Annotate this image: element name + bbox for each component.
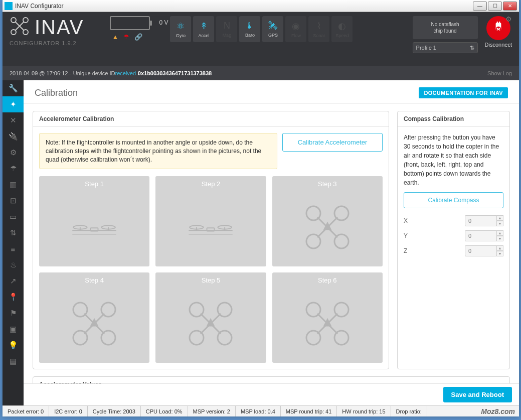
- window-titlebar: INAV Configurator — ☐ ✕: [3, 0, 519, 12]
- compass-panel: Compass Calibration After pressing the b…: [397, 111, 510, 369]
- spinner-up[interactable]: ▲: [496, 245, 503, 251]
- sensor-baro[interactable]: 🌡Baro: [239, 16, 260, 42]
- sensor-gps[interactable]: 🛰GPS: [262, 16, 283, 42]
- stat-cycle-time: Cycle Time: 2003: [88, 406, 141, 416]
- compass-panel-title: Compass Calibration: [398, 111, 509, 127]
- battery-indicator: 0 V ▲ ☂ 🔗: [110, 16, 150, 41]
- minimize-button[interactable]: —: [473, 2, 487, 11]
- sensor-icon: 🛰: [268, 21, 277, 31]
- step-label: Step 3: [318, 180, 337, 188]
- sidebar-failsafe[interactable]: ☂: [3, 161, 24, 177]
- app-icon: [5, 2, 13, 10]
- sidebar-logging[interactable]: ▤: [3, 353, 24, 369]
- dataflash-status: No dataflash chip found: [413, 16, 478, 39]
- maximize-button[interactable]: ☐: [488, 2, 502, 11]
- sensor-label: Mag: [223, 33, 232, 38]
- sidebar-mission[interactable]: ⚑: [3, 305, 24, 321]
- sensor-bar: ⚛Gyro↟AccelNMag🌡Baro🛰GPS◉Flow⌇Sonar◐Spee…: [170, 16, 353, 42]
- calibrate-compass-button[interactable]: Calibrate Compass: [404, 192, 503, 208]
- sensor-label: Speed: [335, 33, 349, 38]
- log-bar: 2018-04-09 @ 17:06:12 -- Unique device I…: [3, 66, 519, 80]
- compass-description: After pressing the button you have 30 se…: [404, 133, 503, 187]
- disconnect-label: Disconnect: [485, 42, 512, 48]
- status-bar: Packet error: 0 I2C error: 0 Cycle Time:…: [3, 405, 519, 416]
- sensor-label: Accel: [198, 33, 209, 38]
- sensor-gyro[interactable]: ⚛Gyro: [170, 16, 191, 42]
- sensor-icon: ⌇: [317, 21, 321, 32]
- sidebar-mixer[interactable]: ✕: [3, 112, 24, 128]
- warning-icon: ▲: [112, 33, 118, 41]
- spinner-down[interactable]: ▼: [496, 221, 503, 226]
- step-card-2[interactable]: Step 2: [155, 176, 266, 266]
- save-bar: Save and Reboot: [24, 383, 519, 405]
- documentation-button[interactable]: DOCUMENTATION FOR INAV: [419, 87, 508, 98]
- step-orientation-icon: [69, 288, 119, 359]
- battery-voltage: 0 V: [159, 19, 168, 26]
- link-icon: 🔗: [134, 33, 142, 41]
- svg-rect-7: [497, 22, 498, 24]
- sidebar-calibration[interactable]: ✦: [3, 96, 24, 112]
- step-orientation-icon: [186, 192, 236, 262]
- sensor-icon: N: [224, 21, 230, 31]
- axis-label-x: X: [404, 217, 414, 224]
- sensor-icon: ◉: [292, 21, 300, 32]
- spinner-down[interactable]: ▼: [496, 251, 503, 256]
- save-reboot-button[interactable]: Save and Reboot: [443, 387, 512, 402]
- sidebar-config[interactable]: ⚙: [3, 145, 24, 161]
- sidebar-receiver[interactable]: ↗: [3, 273, 24, 289]
- sensor-icon: ↟: [200, 21, 208, 32]
- svg-rect-22: [207, 228, 215, 231]
- sidebar-gps[interactable]: 📍: [3, 289, 24, 305]
- close-button[interactable]: ✕: [503, 2, 517, 11]
- stat-msp-load: MSP load: 0.4: [236, 406, 281, 416]
- spinner-up[interactable]: ▲: [496, 230, 503, 236]
- sidebar-pid[interactable]: ≡: [3, 241, 24, 257]
- sensor-flow[interactable]: ◉Flow: [285, 16, 306, 42]
- sidebar-tuning[interactable]: ⇅: [3, 225, 24, 241]
- profile-select[interactable]: Profile 1⇅: [413, 42, 478, 53]
- sensor-accel[interactable]: ↟Accel: [193, 16, 214, 42]
- step-orientation-icon: [69, 192, 119, 262]
- axis-input-y[interactable]: [465, 230, 497, 241]
- sidebar-servo[interactable]: ▭: [3, 209, 24, 225]
- app-header: INAV CONFIGURATOR 1.9.2 0 V ▲ ☂ 🔗 ⚛Gyro↟…: [3, 12, 519, 66]
- spinner-down[interactable]: ▼: [496, 236, 503, 241]
- brand-name: INAV: [35, 17, 84, 37]
- axis-input-z[interactable]: [465, 245, 497, 256]
- sidebar-node[interactable]: ⊡: [3, 193, 24, 209]
- stat-cpu-load: CPU Load: 0%: [141, 406, 188, 416]
- step-label: Step 1: [85, 180, 104, 188]
- sensor-label: Baro: [245, 33, 255, 38]
- step-card-1[interactable]: Step 1: [39, 176, 149, 266]
- log-link[interactable]: received: [115, 70, 136, 76]
- accel-panel-title: Accelerometer Calibration: [33, 111, 389, 127]
- brand-subtitle: CONFIGURATOR 1.9.2: [10, 40, 84, 46]
- axis-input-x[interactable]: [465, 215, 497, 226]
- step-orientation-icon: [186, 288, 236, 359]
- sidebar-advanced[interactable]: ♨: [3, 257, 24, 273]
- step-card-4[interactable]: Step 4: [39, 272, 149, 363]
- svg-rect-15: [91, 228, 98, 231]
- calibrate-accelerometer-button[interactable]: Calibrate Accelerometer: [282, 133, 383, 152]
- step-card-5[interactable]: Step 5: [155, 272, 266, 363]
- settings-gear-icon[interactable]: ⚙: [505, 15, 512, 23]
- page-title: Calibration: [35, 88, 419, 98]
- chevron-updown-icon: ⇅: [470, 45, 474, 51]
- sidebar-osd[interactable]: ▣: [3, 321, 24, 337]
- sensor-label: Sonar: [313, 33, 325, 38]
- device-id: 0x1b00303436471731373838: [138, 70, 212, 76]
- show-log-button[interactable]: Show Log: [487, 70, 512, 76]
- sensor-mag[interactable]: NMag: [216, 16, 237, 42]
- step-card-3[interactable]: Step 3: [272, 176, 383, 266]
- sensor-sonar[interactable]: ⌇Sonar: [308, 16, 329, 42]
- sidebar-led[interactable]: 💡: [3, 337, 24, 353]
- spinner-up[interactable]: ▲: [496, 215, 503, 221]
- stat-hw-rt: HW round trip: 15: [337, 406, 391, 416]
- sensor-speed[interactable]: ◐Speed: [331, 16, 353, 42]
- sidebar-ports[interactable]: 🔌: [3, 128, 24, 145]
- step-card-6[interactable]: Step 6: [272, 272, 383, 363]
- sidebar-tree[interactable]: ▥: [3, 177, 24, 193]
- sidebar-setup[interactable]: 🔧: [3, 80, 24, 96]
- watermark: Moz8.com: [477, 407, 519, 415]
- svg-rect-8: [499, 22, 500, 24]
